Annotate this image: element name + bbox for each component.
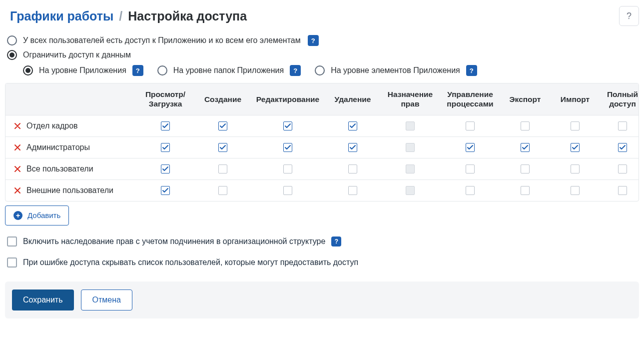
breadcrumb-parent-link[interactable]: Графики работы (10, 9, 113, 23)
access-radio-all-label: У всех пользователей есть доступ к Прило… (23, 36, 301, 45)
perm-checkbox-assign (406, 164, 415, 174)
row-name-label: Внешние пользователи (26, 186, 113, 195)
perm-checkbox-export[interactable] (521, 143, 530, 152)
perm-cell-import (550, 158, 600, 180)
perm-checkbox-process[interactable] (466, 122, 475, 130)
perm-checkbox-delete[interactable] (348, 122, 357, 130)
perm-cell-delete (325, 137, 380, 158)
perm-cell-import (550, 137, 600, 158)
perm-checkbox-create[interactable] (218, 186, 227, 195)
cancel-button[interactable]: Отмена (81, 290, 132, 310)
perm-checkbox-delete[interactable] (348, 186, 357, 195)
th-assign: Назначениеправ (380, 84, 440, 115)
remove-row-icon[interactable] (14, 123, 20, 129)
perm-checkbox-edit[interactable] (283, 122, 292, 130)
perm-cell-assign (380, 158, 440, 180)
perm-checkbox-process[interactable] (466, 164, 475, 174)
perm-cell-export (500, 137, 550, 158)
level-radio-folders[interactable]: На уровне папок Приложения (157, 66, 284, 76)
perm-checkbox-delete[interactable] (348, 143, 357, 152)
remove-row-icon[interactable] (14, 144, 20, 150)
level-radio-app[interactable]: На уровне Приложения (23, 66, 126, 76)
perm-cell-edit (250, 116, 325, 136)
page-title: Настройка доступа (128, 9, 247, 23)
perm-cell-create (195, 158, 250, 180)
perm-cell-create (195, 137, 250, 158)
th-export: Экспорт (500, 88, 550, 110)
th-full: Полныйдоступ (600, 84, 639, 115)
access-radio-restrict[interactable]: Ограничить доступ к данным (7, 50, 131, 60)
perm-checkbox-import[interactable] (571, 122, 580, 130)
perm-checkbox-export[interactable] (521, 164, 530, 174)
perm-cell-delete (325, 158, 380, 180)
hide-users-checkbox[interactable] (7, 258, 17, 268)
perm-cell-assign (380, 137, 440, 158)
footer-actions: Сохранить Отмена (5, 282, 639, 318)
row-name-cell: Отдел кадров (5, 116, 135, 136)
row-name-cell: Все пользователи (5, 158, 135, 180)
remove-row-icon[interactable] (14, 166, 20, 172)
row-name-label: Все пользователи (26, 164, 93, 174)
perm-cell-full (600, 116, 639, 136)
level-radio-elements[interactable]: На уровне элементов Приложения (315, 66, 460, 76)
perm-checkbox-assign (406, 143, 415, 152)
hint-icon[interactable]: ? (132, 65, 143, 76)
help-icon: ? (627, 11, 632, 22)
perm-checkbox-import[interactable] (571, 186, 580, 195)
perm-cell-delete (325, 180, 380, 201)
perm-checkbox-full[interactable] (618, 122, 627, 130)
perm-checkbox-create[interactable] (218, 143, 227, 152)
hint-icon[interactable]: ? (308, 35, 319, 46)
perm-checkbox-import[interactable] (571, 164, 580, 174)
perm-cell-full (600, 137, 639, 158)
perm-cell-export (500, 116, 550, 136)
perm-checkbox-process[interactable] (466, 186, 475, 195)
row-name-label: Отдел кадров (26, 122, 78, 130)
inherit-checkbox[interactable] (7, 236, 17, 246)
perm-checkbox-assign (406, 122, 415, 130)
hint-icon[interactable]: ? (466, 65, 477, 76)
remove-row-icon[interactable] (14, 188, 20, 194)
perm-cell-assign (380, 116, 440, 136)
perm-checkbox-create[interactable] (218, 122, 227, 130)
help-button[interactable]: ? (619, 6, 639, 26)
th-process: Управлениепроцессами (440, 84, 500, 115)
perm-cell-import (550, 116, 600, 136)
th-edit: Редактирование (250, 88, 325, 110)
hint-icon[interactable]: ? (290, 65, 301, 76)
perm-checkbox-delete[interactable] (348, 164, 357, 174)
breadcrumb: Графики работы / Настройка доступа (10, 9, 247, 24)
perm-checkbox-full[interactable] (618, 143, 627, 152)
perm-cell-view (135, 180, 195, 201)
perm-checkbox-view[interactable] (161, 186, 170, 195)
radio-icon (7, 50, 17, 60)
save-button[interactable]: Сохранить (12, 290, 74, 310)
perm-checkbox-view[interactable] (161, 143, 170, 152)
perm-checkbox-view[interactable] (161, 164, 170, 174)
access-radio-all[interactable]: У всех пользователей есть доступ к Прило… (7, 36, 301, 46)
perm-checkbox-process[interactable] (466, 143, 475, 152)
add-button[interactable]: + Добавить (5, 206, 69, 226)
table-row: Внешние пользователи (5, 180, 639, 201)
perm-cell-full (600, 180, 639, 201)
perm-cell-view (135, 116, 195, 136)
perm-checkbox-export[interactable] (521, 122, 530, 130)
perm-cell-view (135, 158, 195, 180)
perm-checkbox-edit[interactable] (283, 186, 292, 195)
perm-cell-delete (325, 116, 380, 136)
perm-checkbox-import[interactable] (571, 143, 580, 152)
perm-cell-edit (250, 158, 325, 180)
add-button-label: Добавить (27, 211, 60, 220)
perm-cell-process (440, 116, 500, 136)
perm-checkbox-full[interactable] (618, 186, 627, 195)
perm-checkbox-edit[interactable] (283, 143, 292, 152)
perm-checkbox-export[interactable] (521, 186, 530, 195)
row-name-cell: Администраторы (5, 137, 135, 158)
level-radio-app-label: На уровне Приложения (39, 66, 126, 75)
radio-icon (157, 66, 167, 76)
perm-checkbox-view[interactable] (161, 122, 170, 130)
perm-checkbox-full[interactable] (618, 164, 627, 174)
hint-icon[interactable]: ? (331, 236, 341, 246)
perm-checkbox-create[interactable] (218, 164, 227, 174)
perm-checkbox-edit[interactable] (283, 164, 292, 174)
